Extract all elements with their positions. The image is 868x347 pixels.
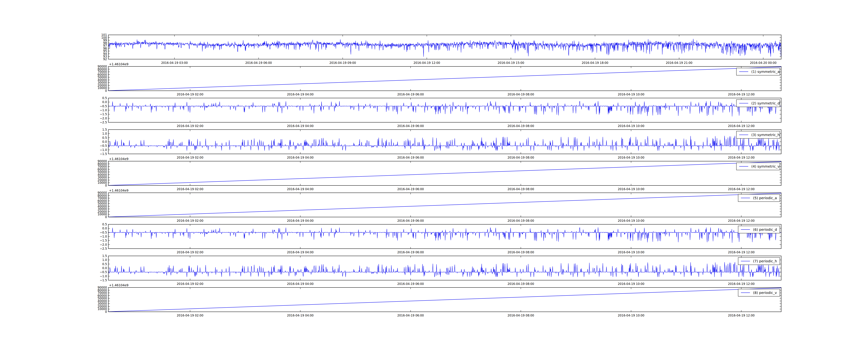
y-tick-label: 1.5 xyxy=(102,254,107,258)
x-tick-label: 2016-04-19 06:00 xyxy=(397,282,424,286)
subplot-symmetric_d: 2016-04-19 02:002016-04-19 04:002016-04-… xyxy=(100,96,781,128)
y-tick-label: −1.5 xyxy=(100,279,107,282)
axis-offset-label: +1.46104e9 xyxy=(109,283,128,287)
y-tick-label: −2.5 xyxy=(100,247,107,250)
series-line-periodic_h xyxy=(108,262,781,277)
y-tick-label: −0.5 xyxy=(100,231,107,234)
legend-label: (8) periodic_v xyxy=(753,291,777,295)
x-tick-label: 2016-04-19 21:00 xyxy=(666,61,692,65)
legend-symmetric_v: (4) symmetric_v xyxy=(736,163,780,170)
y-tick-label: 0 xyxy=(105,310,107,314)
y-tick-label: −0.5 xyxy=(100,144,107,148)
subplot-symmetric_h: 2016-04-19 02:002016-04-19 04:002016-04-… xyxy=(100,128,781,159)
x-tick-label: 2016-04-19 02:00 xyxy=(177,219,203,222)
legend-periodic_h: (7) periodic_h xyxy=(738,257,780,265)
axis-offset-label: +1.46104e9 xyxy=(109,189,128,192)
legend-label: (1) symmetric_a xyxy=(751,70,780,74)
x-tick-label: 2016-04-19 08:00 xyxy=(507,156,534,159)
series-line-periodic_a xyxy=(108,193,781,217)
y-tick-label: 0.5 xyxy=(102,223,107,226)
x-tick-label: 2016-04-19 12:00 xyxy=(728,314,755,317)
y-tick-label: −1.5 xyxy=(100,239,107,242)
legend-symmetric_a: (1) symmetric_a xyxy=(736,68,780,75)
x-tick-label: 2016-04-19 06:00 xyxy=(397,219,424,222)
legend-label: (2) symmetric_d xyxy=(751,101,780,105)
x-tick-label: 2016-04-19 06:00 xyxy=(397,124,424,128)
legend-label: (5) periodic_a xyxy=(753,196,777,200)
legend-label: (7) periodic_h xyxy=(753,259,777,263)
y-tick-label: 0.5 xyxy=(102,262,107,266)
y-tick-label: 0.0 xyxy=(102,227,107,230)
x-tick-label: 2016-04-19 04:00 xyxy=(287,156,313,159)
x-tick-label: 2016-04-19 10:00 xyxy=(618,93,644,96)
x-tick-label: 2016-04-19 02:00 xyxy=(177,156,203,159)
x-tick-label: 2016-04-19 08:00 xyxy=(507,314,534,317)
subplot-periodic_h: 2016-04-19 02:002016-04-19 04:002016-04-… xyxy=(100,254,781,286)
x-tick-label: 2016-04-19 06:00 xyxy=(397,156,424,159)
x-tick-label: 2016-04-19 12:00 xyxy=(728,156,755,159)
y-tick-label: 0 xyxy=(105,184,107,187)
y-tick-label: −1.0 xyxy=(100,275,107,278)
x-tick-label: 2016-04-19 06:00 xyxy=(397,314,424,317)
subplot-symmetric_v: 2016-04-19 02:002016-04-19 04:002016-04-… xyxy=(98,157,781,191)
x-tick-label: 2016-04-19 12:00 xyxy=(728,251,755,254)
x-tick-label: 2016-04-19 10:00 xyxy=(618,251,644,254)
plot-frame xyxy=(108,256,781,280)
subplot-periodic_v: 2016-04-19 02:002016-04-19 04:002016-04-… xyxy=(98,283,781,317)
x-tick-label: 2016-04-19 10:00 xyxy=(618,187,644,191)
x-tick-label: 2016-04-19 10:00 xyxy=(618,124,644,128)
y-tick-label: −2.0 xyxy=(100,243,107,246)
x-tick-label: 2016-04-19 18:00 xyxy=(582,61,608,65)
subplot-raw-signal: 2016-04-19 03:002016-04-19 06:002016-04-… xyxy=(101,33,781,65)
x-tick-label: 2016-04-19 02:00 xyxy=(177,251,203,254)
series-line-periodic_d xyxy=(108,227,781,243)
subplot-periodic_a: 2016-04-19 02:002016-04-19 04:002016-04-… xyxy=(98,189,781,222)
x-tick-label: 2016-04-19 10:00 xyxy=(618,156,644,159)
x-tick-label: 2016-04-19 02:00 xyxy=(177,314,203,317)
series-line-symmetric_d xyxy=(108,101,781,117)
x-tick-label: 2016-04-19 02:00 xyxy=(177,282,203,286)
plot-frame xyxy=(108,98,781,122)
series-line-symmetric_h xyxy=(108,136,781,151)
plot-frame xyxy=(108,130,781,154)
y-tick-label: −0.5 xyxy=(100,270,107,274)
x-tick-label: 2016-04-19 02:00 xyxy=(177,124,203,128)
y-tick-label: 0.0 xyxy=(102,140,107,144)
legend-label: (3) symmetric_h xyxy=(751,133,780,137)
x-tick-label: 2016-04-19 12:00 xyxy=(413,61,440,65)
x-tick-label: 2016-04-19 08:00 xyxy=(507,187,534,191)
y-tick-label: 92 xyxy=(103,57,107,61)
x-tick-label: 2016-04-20 00:00 xyxy=(750,61,776,65)
y-tick-label: 0.5 xyxy=(102,96,107,100)
x-tick-label: 2016-04-19 03:00 xyxy=(161,61,188,65)
subplot-periodic_d: 2016-04-19 02:002016-04-19 04:002016-04-… xyxy=(100,223,781,254)
y-tick-label: −1.0 xyxy=(100,148,107,152)
x-tick-label: 2016-04-19 12:00 xyxy=(728,124,755,128)
series-line-raw-signal xyxy=(108,39,781,57)
y-tick-label: −2.0 xyxy=(100,117,107,120)
x-tick-label: 2016-04-19 04:00 xyxy=(287,282,313,286)
y-tick-label: 0.0 xyxy=(102,100,107,104)
y-tick-label: 1.0 xyxy=(102,258,107,262)
axis-offset-label: +1.46104e9 xyxy=(109,157,128,161)
x-tick-label: 2016-04-19 04:00 xyxy=(287,124,313,128)
legend-periodic_v: (8) periodic_v xyxy=(738,289,780,296)
series-line-symmetric_v xyxy=(108,161,781,185)
x-tick-label: 2016-04-19 06:00 xyxy=(397,93,424,96)
x-tick-label: 2016-04-19 12:00 xyxy=(728,93,755,96)
y-tick-label: 0.0 xyxy=(102,266,107,270)
x-tick-label: 2016-04-19 08:00 xyxy=(507,124,534,128)
series-line-symmetric_a xyxy=(108,67,781,91)
matplotlib-figure: 2016-04-19 03:002016-04-19 06:002016-04-… xyxy=(0,0,868,347)
legend-symmetric_h: (3) symmetric_h xyxy=(736,131,780,138)
x-tick-label: 2016-04-19 10:00 xyxy=(618,314,644,317)
y-tick-label: −0.5 xyxy=(100,104,107,108)
figure-canvas: 2016-04-19 03:002016-04-19 06:002016-04-… xyxy=(0,0,868,347)
x-tick-label: 2016-04-19 04:00 xyxy=(287,251,313,254)
x-tick-label: 2016-04-19 08:00 xyxy=(507,251,534,254)
series-line-periodic_v xyxy=(108,288,781,312)
subplot-symmetric_a: 2016-04-19 02:002016-04-19 04:002016-04-… xyxy=(98,62,781,96)
x-tick-label: 2016-04-19 10:00 xyxy=(618,219,644,222)
legend-label: (4) symmetric_v xyxy=(751,164,780,168)
y-tick-label: 0 xyxy=(105,89,107,92)
